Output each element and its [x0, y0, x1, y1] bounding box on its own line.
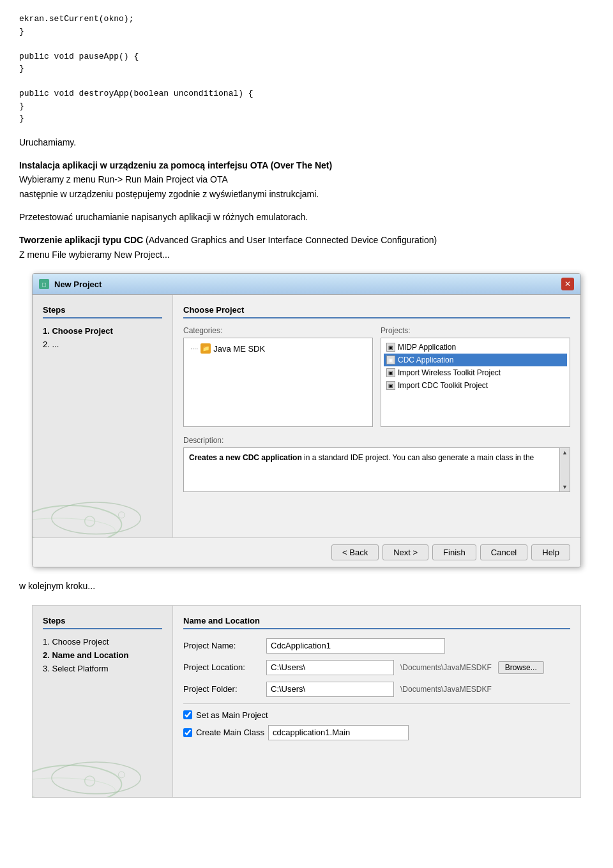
- project-label-wireless: Import Wireless Toolkit Project: [398, 368, 501, 377]
- project-icon-cdc: ▣: [386, 355, 395, 364]
- scroll-up-arrow: ▲: [562, 449, 568, 456]
- project-name-input[interactable]: [266, 638, 445, 654]
- step-2: 2. ...: [43, 340, 162, 349]
- second-step-3-label: Select Platform: [52, 664, 108, 673]
- new-project-dialog: □ New Project ✕ Steps 1. Choose Project …: [32, 273, 581, 567]
- second-step-1-label: Choose Project: [52, 637, 109, 647]
- sidebar-decoration: [33, 461, 172, 537]
- categories-tree[interactable]: ···· 📁 Java ME SDK: [183, 338, 373, 427]
- finish-button[interactable]: Finish: [432, 544, 476, 560]
- browse-button[interactable]: Browse...: [498, 661, 544, 674]
- project-icon-cdc-toolkit: ▣: [386, 381, 395, 390]
- tree-item-label: Java ME SDK: [213, 344, 265, 354]
- second-sidebar: Steps 1. Choose Project 2. Name and Loca…: [33, 606, 173, 797]
- dialog-title: New Project: [54, 280, 102, 289]
- second-step-1-num: 1.: [43, 637, 50, 647]
- help-button[interactable]: Help: [531, 544, 570, 560]
- project-folder-label: Project Folder:: [183, 684, 260, 694]
- project-item-cdc-toolkit[interactable]: ▣ Import CDC Toolkit Project: [384, 379, 567, 392]
- przetestowac-text: Przetestować uruchamianie napisanych apl…: [19, 210, 594, 224]
- new-project-text: Z menu File wybieramy New Project...: [19, 250, 170, 260]
- description-scrollbar[interactable]: ▲ ▼: [559, 448, 570, 491]
- code-line-9: }: [19, 112, 594, 125]
- create-main-class-checkbox[interactable]: [183, 728, 192, 737]
- section-divider: [183, 703, 570, 704]
- instalacja-title: Instalacja aplikacji w urządzeniu za pom…: [19, 160, 332, 170]
- project-location-row: Project Location: \Documents\JavaMESDKF …: [183, 660, 570, 675]
- project-item-wireless[interactable]: ▣ Import Wireless Toolkit Project: [384, 366, 567, 379]
- project-folder-suffix: \Documents\JavaMESDKF: [400, 685, 492, 694]
- sidebar-heading: Steps: [43, 305, 162, 318]
- project-label-midp: MIDP Application: [398, 343, 456, 352]
- second-step-2: 2. Name and Location: [43, 650, 162, 660]
- project-folder-row: Project Folder: \Documents\JavaMESDKF: [183, 682, 570, 697]
- second-main-heading: Name and Location: [183, 616, 570, 629]
- main-class-input[interactable]: [268, 725, 409, 740]
- second-panel-body: Steps 1. Choose Project 2. Name and Loca…: [33, 606, 580, 797]
- project-label-cdc: CDC Application: [398, 355, 453, 364]
- code-line-5: }: [19, 63, 594, 75]
- code-line-1: ekran.setCurrent(okno);: [19, 13, 594, 26]
- set-main-project-checkbox[interactable]: [183, 710, 192, 719]
- next-button[interactable]: Next >: [382, 544, 428, 560]
- svg-point-7: [33, 777, 115, 797]
- second-panel: Steps 1. Choose Project 2. Name and Loca…: [32, 605, 581, 798]
- step-2-label: ...: [52, 340, 59, 349]
- second-step-1: 1. Choose Project: [43, 637, 162, 647]
- scroll-down-arrow: ▼: [562, 484, 568, 490]
- dialog-footer: < Back Next > Finish Cancel Help: [33, 537, 580, 567]
- project-icon-wireless: ▣: [386, 368, 395, 377]
- tree-item-java-me-sdk[interactable]: ···· 📁 Java ME SDK: [188, 342, 368, 355]
- dialog-main: Choose Project Categories: ···· 📁 Java M…: [173, 295, 580, 537]
- project-item-midp[interactable]: ▣ MIDP Application: [384, 341, 567, 354]
- uruchamiamy-text: Uruchamiamy.: [19, 135, 594, 149]
- folder-icon: 📁: [201, 343, 211, 354]
- code-block: ekran.setCurrent(okno); } public void pa…: [19, 13, 594, 125]
- dialog-close-button[interactable]: ✕: [561, 278, 574, 290]
- second-sidebar-heading: Steps: [43, 616, 162, 629]
- description-label: Description:: [183, 436, 570, 445]
- project-location-label: Project Location:: [183, 662, 260, 672]
- second-step-2-label: Name and Location: [52, 650, 128, 660]
- code-line-4: public void pauseApp() {: [19, 50, 594, 63]
- cancel-button[interactable]: Cancel: [480, 544, 527, 560]
- project-location-input[interactable]: [266, 660, 394, 675]
- instalacja-heading: Instalacja aplikacji w urządzeniu za pom…: [19, 158, 594, 201]
- project-item-cdc[interactable]: ▣ CDC Application: [384, 354, 567, 366]
- project-folder-input[interactable]: [266, 682, 394, 697]
- project-icon-midp: ▣: [386, 343, 395, 352]
- project-name-label: Project Name:: [183, 641, 260, 650]
- project-location-suffix: \Documents\JavaMESDKF: [400, 663, 492, 672]
- code-line-3: [19, 38, 594, 50]
- tworzenie-heading: Tworzenie aplikacji typu CDC (Advanced G…: [19, 233, 594, 262]
- kolejnym-kroku-text: w kolejnym kroku...: [19, 579, 594, 593]
- create-main-class-row: Create Main Class: [183, 725, 570, 740]
- step-1-label: Choose Project: [52, 326, 112, 336]
- svg-point-8: [85, 776, 95, 786]
- back-button[interactable]: < Back: [331, 544, 379, 560]
- tworzenie-rest: (Advanced Graphics and User Interface Co…: [143, 235, 437, 245]
- second-step-3-num: 3.: [43, 664, 50, 673]
- dialog-sidebar: Steps 1. Choose Project 2. ...: [33, 295, 173, 537]
- dialog-titlebar-left: □ New Project: [39, 279, 102, 289]
- set-main-project-row: Set as Main Project: [183, 710, 570, 720]
- set-main-project-label: Set as Main Project: [196, 710, 268, 720]
- step-1: 1. Choose Project: [43, 326, 162, 336]
- project-name-row: Project Name:: [183, 638, 570, 654]
- instalacja-text3: następnie w urządzeniu postępujemy zgodn…: [19, 189, 319, 199]
- projects-label: Projects:: [381, 326, 570, 335]
- projects-col: Projects: ▣ MIDP Application ▣ CDC Appli…: [381, 326, 570, 427]
- steps-list: 1. Choose Project 2. ...: [43, 326, 162, 349]
- projects-list[interactable]: ▣ MIDP Application ▣ CDC Application ▣ I…: [381, 338, 570, 427]
- description-box: Creates a new CDC application in a stand…: [183, 447, 570, 492]
- code-line-8: }: [19, 100, 594, 113]
- main-heading: Choose Project: [183, 305, 570, 318]
- dialog-titlebar: □ New Project ✕: [33, 274, 580, 295]
- svg-point-2: [33, 518, 115, 537]
- svg-point-4: [118, 512, 125, 518]
- code-line-2: }: [19, 26, 594, 38]
- code-line-7: public void destroyApp(boolean unconditi…: [19, 87, 594, 100]
- dialog-icon: □: [39, 279, 49, 289]
- categories-label: Categories:: [183, 326, 373, 335]
- second-steps-list: 1. Choose Project 2. Name and Location 3…: [43, 637, 162, 673]
